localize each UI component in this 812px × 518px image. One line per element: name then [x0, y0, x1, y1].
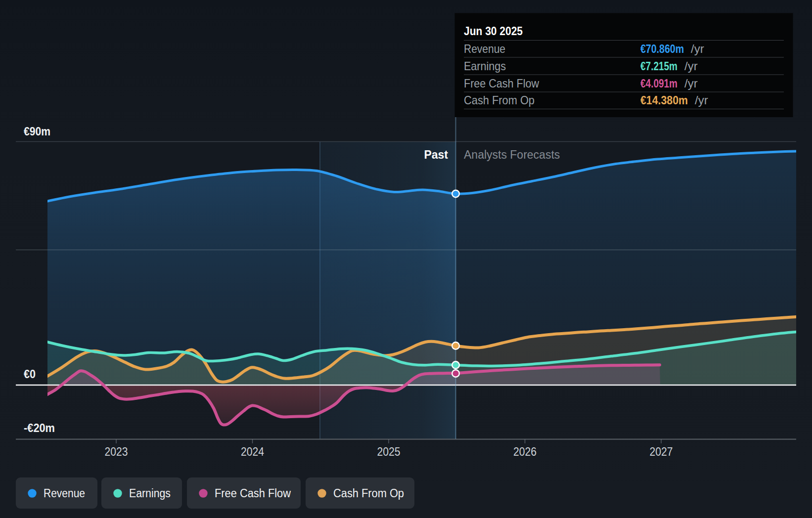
svg-text:Earnings: Earnings — [464, 59, 506, 73]
svg-text:Free Cash Flow: Free Cash Flow — [464, 77, 540, 90]
svg-text:€70.860m: €70.860m — [640, 42, 684, 55]
svg-text:2026: 2026 — [513, 445, 537, 458]
svg-text:€0: €0 — [24, 367, 36, 381]
svg-text:Earnings: Earnings — [129, 487, 171, 500]
svg-text:2023: 2023 — [105, 445, 128, 458]
svg-text:Analysts Forecasts: Analysts Forecasts — [464, 148, 560, 161]
svg-text:-€20m: -€20m — [24, 421, 55, 434]
svg-text:Free Cash Flow: Free Cash Flow — [215, 487, 291, 500]
svg-text:2025: 2025 — [377, 445, 401, 458]
svg-text:Jun 30 2025: Jun 30 2025 — [464, 24, 523, 38]
svg-text:Cash From Op: Cash From Op — [464, 93, 535, 107]
svg-text:Cash From Op: Cash From Op — [333, 487, 404, 500]
svg-text:/yr: /yr — [684, 77, 698, 90]
svg-text:/yr: /yr — [684, 59, 698, 73]
svg-text:/yr: /yr — [695, 93, 708, 107]
svg-text:Revenue: Revenue — [44, 487, 85, 500]
svg-text:2024: 2024 — [241, 445, 264, 458]
svg-text:/yr: /yr — [691, 42, 704, 55]
svg-text:€14.380m: €14.380m — [640, 93, 688, 107]
svg-text:2027: 2027 — [650, 445, 673, 458]
svg-text:€7.215m: €7.215m — [640, 59, 677, 73]
svg-text:€4.091m: €4.091m — [640, 77, 677, 90]
svg-text:Past: Past — [424, 148, 448, 161]
svg-text:€90m: €90m — [24, 125, 50, 138]
svg-text:Revenue: Revenue — [464, 42, 505, 55]
